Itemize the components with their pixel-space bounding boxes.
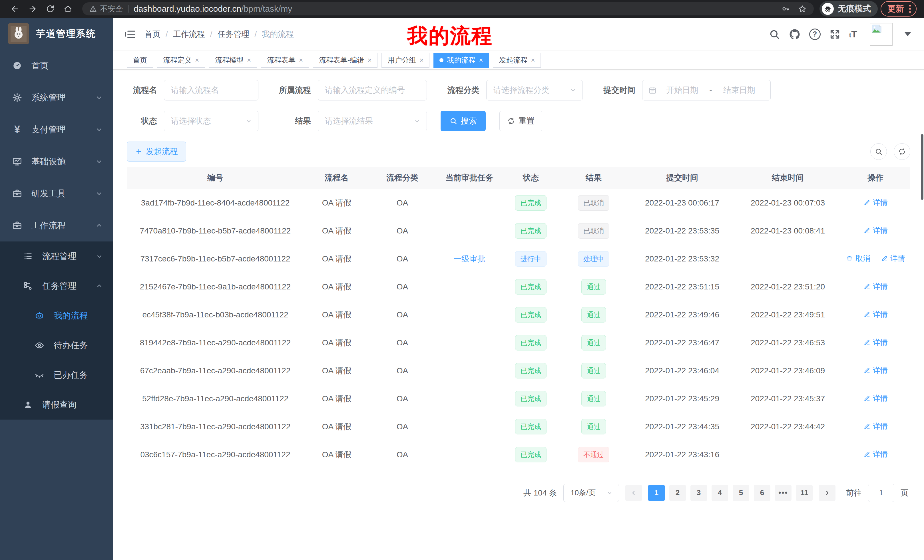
sidebar-item-my-process[interactable]: 我的流程 xyxy=(0,301,113,331)
breadcrumb-workflow[interactable]: 工作流程 xyxy=(173,29,205,40)
sidebar-item-done-tasks[interactable]: 已办任务 xyxy=(0,360,113,390)
page-button[interactable]: 4 xyxy=(711,485,728,501)
close-icon[interactable]: × xyxy=(531,56,535,64)
cell-result: 处理中 xyxy=(558,245,629,273)
detail-link[interactable]: 详情 xyxy=(863,365,888,375)
sidebar-item-process-management[interactable]: 流程管理 xyxy=(0,241,113,271)
tab-process-model[interactable]: 流程模型× xyxy=(209,53,257,67)
address-bar[interactable]: 不安全 dashboard.yudao.iocoder.cn/bpm/task/… xyxy=(82,2,814,15)
cell-process-name: OA 请假 xyxy=(304,217,369,245)
tab-start-process[interactable]: 发起流程× xyxy=(493,53,541,67)
cell-category: OA xyxy=(369,189,435,217)
process-name-input[interactable] xyxy=(164,80,258,100)
sidebar-item-infrastructure[interactable]: 基础设施 xyxy=(0,145,113,178)
page-button[interactable]: 6 xyxy=(754,485,770,501)
page-button[interactable]: 5 xyxy=(733,485,749,501)
forward-icon[interactable] xyxy=(25,1,40,16)
toggle-search-button[interactable] xyxy=(870,143,887,160)
detail-link[interactable]: 详情 xyxy=(863,393,888,403)
chevron-up-icon xyxy=(95,282,104,290)
sidebar-toggle-icon[interactable] xyxy=(124,28,136,40)
tab-process-form-edit[interactable]: 流程表单-编辑× xyxy=(313,53,378,67)
column-header: 提交时间 xyxy=(629,167,735,189)
detail-link[interactable]: 详情 xyxy=(880,253,905,264)
chevron-down-icon xyxy=(569,87,577,94)
parent-process-input[interactable] xyxy=(318,80,427,100)
caret-down-icon[interactable] xyxy=(904,32,911,36)
close-icon[interactable]: × xyxy=(247,56,251,64)
close-icon[interactable]: × xyxy=(299,56,303,64)
close-icon[interactable]: × xyxy=(195,56,199,64)
page-button[interactable]: 1 xyxy=(648,485,665,501)
security-warning-icon[interactable] xyxy=(89,5,97,13)
back-icon[interactable] xyxy=(8,1,22,16)
detail-link[interactable]: 详情 xyxy=(863,309,888,319)
page-button[interactable]: 2 xyxy=(669,485,686,501)
table-row: 819442e8-7b9a-11ec-a290-acde48001122 OA … xyxy=(127,329,910,357)
divider xyxy=(128,5,129,13)
category-select[interactable]: 请选择流程分类 xyxy=(486,80,583,100)
sidebar-item-task-management[interactable]: 任务管理 xyxy=(0,271,113,301)
goto-page-input[interactable] xyxy=(868,484,894,502)
avatar[interactable] xyxy=(870,23,892,46)
column-header: 流程名 xyxy=(304,167,369,189)
breadcrumb-task-management[interactable]: 任务管理 xyxy=(218,29,249,40)
tab-process-form[interactable]: 流程表单× xyxy=(261,53,309,67)
sidebar-item-todo-tasks[interactable]: 待办任务 xyxy=(0,331,113,360)
status-select[interactable]: 请选择状态 xyxy=(164,111,258,131)
scrollbar-thumb[interactable] xyxy=(921,134,923,200)
submit-time-range-picker[interactable]: 开始日期 - 结束日期 xyxy=(642,80,771,100)
reload-icon[interactable] xyxy=(43,1,58,16)
status-badge: 已完成 xyxy=(515,419,546,434)
chevron-down-icon xyxy=(95,157,104,166)
tab-user-group[interactable]: 用户分组× xyxy=(381,53,429,67)
github-icon[interactable] xyxy=(789,28,801,40)
sidebar-item-devtools[interactable]: 研发工具 xyxy=(0,178,113,210)
detail-link[interactable]: 详情 xyxy=(863,337,888,347)
font-size-icon[interactable]: tT xyxy=(849,28,857,40)
cell-submit-time: 2022-01-22 23:53:35 xyxy=(629,217,735,245)
page-button[interactable]: 11 xyxy=(796,485,813,501)
cancel-link[interactable]: 取消 xyxy=(846,253,870,264)
close-icon[interactable]: × xyxy=(420,56,423,64)
help-icon[interactable]: ? xyxy=(809,28,820,40)
cell-current-task xyxy=(435,301,504,329)
detail-link[interactable]: 详情 xyxy=(863,421,888,431)
page-button[interactable]: 3 xyxy=(690,485,707,501)
sidebar-item-workflow[interactable]: 工作流程 xyxy=(0,210,113,241)
detail-link[interactable]: 详情 xyxy=(863,226,888,235)
key-icon[interactable] xyxy=(781,4,790,13)
refresh-button[interactable] xyxy=(894,143,910,160)
reset-button[interactable]: 重置 xyxy=(500,111,542,131)
detail-link[interactable]: 详情 xyxy=(863,449,888,459)
close-icon[interactable]: × xyxy=(479,56,483,64)
detail-link[interactable]: 详情 xyxy=(863,281,888,291)
search-button[interactable]: 搜索 xyxy=(441,111,486,131)
sidebar-item-leave-query[interactable]: 请假查询 xyxy=(0,390,113,419)
sidebar-item-system[interactable]: 系统管理 xyxy=(0,82,113,114)
cell-actions: 详情 xyxy=(841,357,910,385)
cell-status: 已完成 xyxy=(504,385,558,413)
home-icon[interactable] xyxy=(60,1,75,16)
breadcrumb-home[interactable]: 首页 xyxy=(144,29,160,40)
fullscreen-icon[interactable] xyxy=(829,28,841,40)
bookmark-star-icon[interactable] xyxy=(798,4,807,13)
cell-process-name: OA 请假 xyxy=(304,357,369,385)
sidebar-item-home[interactable]: 首页 xyxy=(0,49,113,82)
result-select[interactable]: 请选择流结果 xyxy=(318,111,427,131)
cell-current-task xyxy=(435,273,504,301)
detail-link[interactable]: 详情 xyxy=(863,198,888,208)
search-icon[interactable] xyxy=(769,28,780,40)
next-page-button[interactable] xyxy=(819,485,836,501)
task-link[interactable]: 一级审批 xyxy=(453,254,485,263)
tab-home[interactable]: 首页 xyxy=(127,53,153,67)
start-process-button[interactable]: 发起流程 xyxy=(127,142,186,162)
page-size-select[interactable]: 10条/页 xyxy=(563,484,619,502)
prev-page-button[interactable] xyxy=(626,485,642,501)
tab-my-process[interactable]: 我的流程× xyxy=(434,53,489,67)
browser-menu-button[interactable]: 更新 xyxy=(880,1,916,16)
close-icon[interactable]: × xyxy=(368,56,372,64)
tab-process-definition[interactable]: 流程定义× xyxy=(157,53,205,67)
sidebar-item-payment[interactable]: ¥ 支付管理 xyxy=(0,114,113,145)
page-button[interactable]: ••• xyxy=(775,485,792,501)
